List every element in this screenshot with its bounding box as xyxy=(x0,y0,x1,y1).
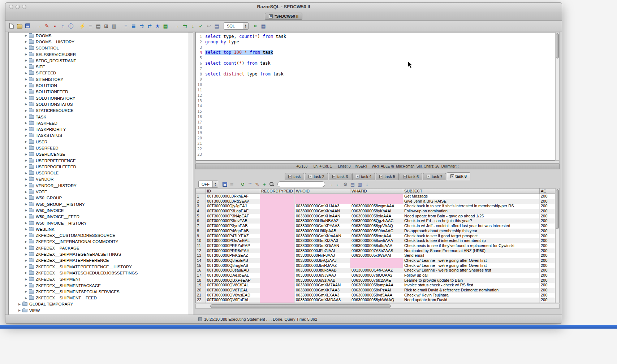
table-row[interactable]: 1800T3000000QBXPeEAP0033000000Ju9zIAAB00… xyxy=(196,278,555,283)
table-cell[interactable]: 0033000000GmXKPAA3 xyxy=(295,288,350,293)
tree-item[interactable]: ▶ZKFEDEX__SHIPMATESCHEDULEDJOBSSETTINGS xyxy=(9,270,193,276)
report-page-icon[interactable]: ▥ xyxy=(357,181,363,187)
table-cell[interactable] xyxy=(295,194,350,199)
expand-triangle-icon[interactable]: ▶ xyxy=(24,172,28,175)
table-cell[interactable]: 0033000000H9aNBAAZ xyxy=(295,218,350,224)
table-cell[interactable]: 006300000058x9qAAA xyxy=(350,243,403,248)
column-header[interactable]: RECORDTYPEID xyxy=(260,188,295,194)
expand-triangle-icon[interactable]: ▶ xyxy=(24,184,28,187)
expand-triangle-icon[interactable]: ▶ xyxy=(24,134,28,137)
format-sql-icon[interactable]: ≡ xyxy=(122,22,129,30)
table-cell[interactable]: 00T3000000L0RknEAF xyxy=(206,194,260,199)
table-row[interactable]: 900T3000000P47LYEAZ0033000000GmXKmAAN006… xyxy=(196,234,555,239)
table-cell[interactable]: 006300000058wgmAAA xyxy=(350,204,403,209)
table-cell[interactable]: 200 xyxy=(540,298,555,303)
table-cell[interactable]: 200 xyxy=(540,199,555,204)
expand-triangle-icon[interactable]: ▶ xyxy=(24,253,28,256)
results-tab[interactable]: ✕task 2 xyxy=(305,173,328,180)
expand-triangle-icon[interactable]: ▶ xyxy=(24,103,28,106)
table-cell[interactable]: 200 xyxy=(540,218,555,224)
table-cell[interactable]: 00T3000000Q8rugEAB xyxy=(206,263,260,268)
column-header[interactable]: WHATID xyxy=(350,188,403,194)
editor-hscrollbar[interactable] xyxy=(195,161,560,164)
expand-triangle-icon[interactable]: ▶ xyxy=(24,196,28,200)
arrow-left-icon[interactable]: ← xyxy=(335,181,341,187)
expand-triangle-icon[interactable]: ▶ xyxy=(24,40,28,43)
table-cell[interactable]: 200 xyxy=(540,194,555,199)
column-header[interactable]: SUBJECT xyxy=(403,188,540,194)
table-cell[interactable] xyxy=(260,234,295,239)
table-row[interactable]: 2000T3000000QV8TjEAL0033000000GmXKPAA300… xyxy=(196,288,555,293)
table-cell[interactable]: Give Jenn a BIG RAISE xyxy=(403,199,540,204)
compare-icon[interactable]: ⇄ xyxy=(146,22,153,30)
tree-vscrollbar[interactable] xyxy=(189,32,193,316)
tree-item[interactable]: ▶W50_GROUP xyxy=(9,195,193,201)
tree-item[interactable]: ▶ZKFEDEX__SHIPMENTPACKAGE xyxy=(9,282,193,289)
import-icon[interactable]: → xyxy=(35,22,43,30)
expand-triangle-icon[interactable]: ▶ xyxy=(24,246,28,250)
table-cell[interactable]: 00630000005S0bnAAC xyxy=(350,229,403,234)
table-edit-icon[interactable]: ▦ xyxy=(162,22,169,30)
copy-icon[interactable]: ⊞ xyxy=(103,22,110,30)
table-cell[interactable] xyxy=(260,209,295,214)
expand-triangle-icon[interactable]: ▶ xyxy=(24,240,28,243)
table-cell[interactable]: Check-in w/ Jeff - couldn't afford last … xyxy=(403,224,540,229)
scrollbar-thumb[interactable] xyxy=(556,189,559,229)
table-cell[interactable]: 0033000000GmXHJAA3 xyxy=(295,204,350,209)
tree-item[interactable]: ▶WEBLINK xyxy=(9,226,193,232)
table-row[interactable]: 1400T3000000Q8rexEAB0033000000JbvQzAAJCh… xyxy=(196,258,555,263)
table-cell[interactable]: Check back in to see if she's interested… xyxy=(403,204,540,209)
table-cell[interactable]: 00T3000000P3LopEAF xyxy=(206,209,260,214)
tab-close-icon[interactable]: ✕ xyxy=(450,174,454,178)
fetch-down-icon[interactable]: ↓ xyxy=(189,22,197,30)
table-cell[interactable]: 006300000058yPzAAI xyxy=(350,288,403,293)
table-cell[interactable]: Need update from Bain - gave go ahead 1/… xyxy=(403,214,540,219)
table-cell[interactable]: 0033000000GmXM7AAN xyxy=(295,283,350,288)
tree-item[interactable]: ▶ZKFEDEX__SHIPMATEPREFERENCE xyxy=(9,257,193,264)
scrollbar-thumb[interactable] xyxy=(556,33,559,58)
table-cell[interactable]: 0033000000JbvQzAAJ xyxy=(295,258,350,263)
tree-item[interactable]: ▶SITEFEED xyxy=(9,70,193,76)
table-cell[interactable] xyxy=(350,263,403,268)
table-row[interactable]: 1700T3000000QAeJbEAL0033000000Ju9J9AAJ00… xyxy=(196,273,555,278)
table-cell[interactable]: 00630000007blQUAA2 xyxy=(350,273,403,278)
table-cell[interactable]: Check w/ Kevin Tsujihara xyxy=(403,293,540,298)
tree-item[interactable]: ▶ZKFEDEX__SHIPMENT xyxy=(9,276,193,282)
tree-item[interactable]: ▶ROOMS xyxy=(9,32,193,39)
expand-triangle-icon[interactable]: ▶ xyxy=(24,121,28,125)
tree-item[interactable]: ▶USERFEED xyxy=(9,145,193,151)
expand-triangle-icon[interactable]: ▶ xyxy=(24,284,28,287)
table-row[interactable]: 500T3000000P3N4pEAF0033000000GmXHnAAN006… xyxy=(196,214,555,219)
search-icon[interactable] xyxy=(268,181,275,187)
expand-triangle-icon[interactable]: ▶ xyxy=(24,84,28,87)
preview-icon[interactable]: ▤ xyxy=(95,22,102,30)
tree-item[interactable]: ▶W50_INVOICE__HISTORY xyxy=(9,220,193,226)
table-cell[interactable]: 200 xyxy=(540,209,555,214)
expand-triangle-icon[interactable]: ▶ xyxy=(24,109,28,112)
table-row[interactable]: 1500T3000000Q8rugEAB0033000000JbvRJAAZCh… xyxy=(196,263,555,268)
arrow-right-icon[interactable]: → xyxy=(328,181,334,187)
table-cell[interactable]: 200 xyxy=(540,238,555,243)
results-search-input[interactable] xyxy=(277,181,325,187)
combo-stepper-icon[interactable]: ▲▼ xyxy=(243,23,248,29)
table-cell[interactable]: 200 xyxy=(540,234,555,239)
expand-triangle-icon[interactable]: ▶ xyxy=(24,190,28,194)
tree-item[interactable]: ▶ZKFEDEX__PACKAGE xyxy=(9,245,193,251)
table-cell[interactable]: 200 xyxy=(540,278,555,283)
log-icon[interactable]: ▤ xyxy=(213,22,220,30)
expand-triangle-icon[interactable]: ▶ xyxy=(24,271,28,274)
table-cell[interactable]: 0033000000JFhGlAAL xyxy=(295,248,350,254)
table-cell[interactable] xyxy=(350,258,403,263)
table-row[interactable]: 300T3000000QjyJgEAJ0033000000GmXHJAA3006… xyxy=(196,204,555,209)
tree-item[interactable]: ▶ZKFEDEX__SHIPMATEPREFERENCE__HISTORY xyxy=(9,264,193,270)
table-cell[interactable]: Check nexis to see if they've found a re… xyxy=(403,243,540,248)
tab-close-icon[interactable]: ✕ xyxy=(332,175,336,178)
table-cell[interactable] xyxy=(260,298,295,303)
table-cell[interactable]: Nominated by Shane Freeman at ANZ (HR50) xyxy=(403,248,540,254)
expand-triangle-icon[interactable]: ▶ xyxy=(24,203,28,206)
paste-icon[interactable]: ▥ xyxy=(111,22,118,30)
table-cell[interactable]: 200 xyxy=(540,253,555,258)
table-cell[interactable]: 0033000000GmXKmAAN xyxy=(295,234,350,239)
tree-item[interactable]: ▶SITEHISTORY xyxy=(9,76,193,82)
table-cell[interactable]: 0033000000GmXIZAA3 xyxy=(295,238,350,243)
